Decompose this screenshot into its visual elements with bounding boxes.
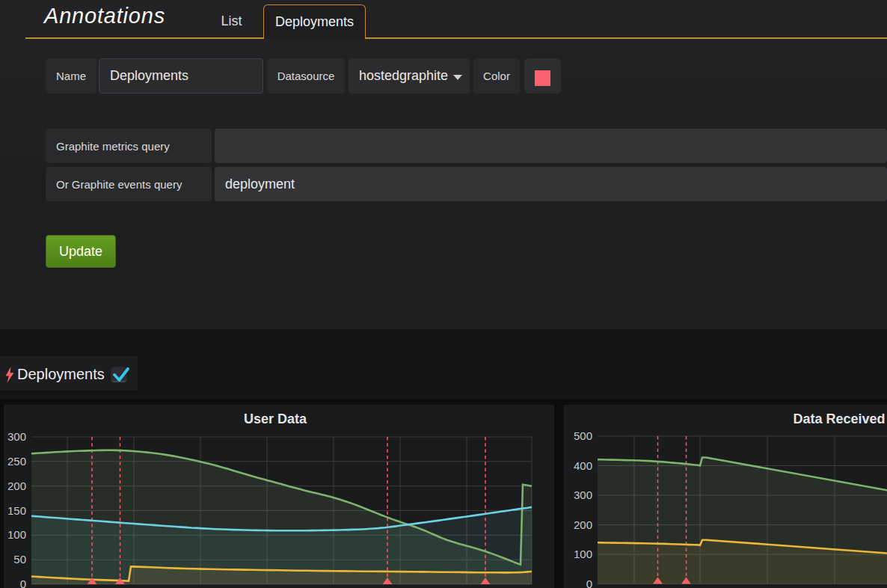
svg-text:200: 200 [574,518,592,531]
svg-text:300: 300 [7,430,26,443]
svg-text:50: 50 [13,553,26,566]
svg-text:User Data: User Data [244,411,307,426]
svg-text:100: 100 [7,528,26,541]
svg-text:0: 0 [20,578,26,588]
svg-text:0: 0 [586,578,592,588]
svg-text:500: 500 [574,429,592,442]
svg-text:300: 300 [574,489,592,501]
svg-text:150: 150 [7,504,26,517]
svg-text:Data Received: Data Received [793,411,885,426]
svg-text:250: 250 [7,455,26,468]
svg-text:100: 100 [574,548,592,560]
svg-text:200: 200 [7,480,26,492]
svg-text:400: 400 [574,459,592,472]
